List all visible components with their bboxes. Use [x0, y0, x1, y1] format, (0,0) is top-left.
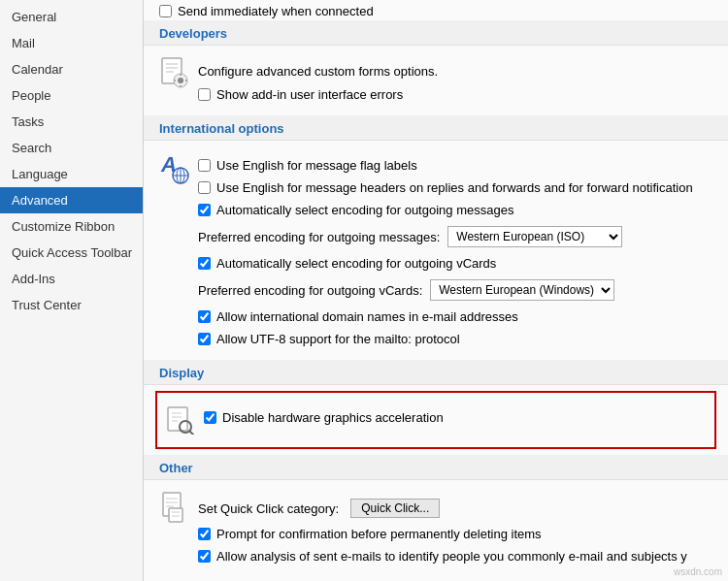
quick-click-row: Set Quick Click category: Quick Click...: [198, 496, 712, 521]
send-immediately-checkbox[interactable]: [159, 5, 172, 17]
developers-icon: [159, 57, 190, 88]
preferred-encoding-outgoing-row: Preferred encoding for outgoing messages…: [198, 223, 712, 250]
svg-text:A: A: [160, 152, 177, 177]
disable-hw-accel-label: Disable hardware graphics acceleration: [222, 410, 444, 425]
show-addin-row: Show add-in user interface errors: [198, 85, 712, 104]
sidebar-item-advanced[interactable]: Advanced: [0, 187, 143, 213]
allow-analysis-row: Allow analysis of sent e-mails to identi…: [198, 547, 712, 565]
preferred-encoding-vcards-label: Preferred encoding for outgoing vCards:: [198, 283, 422, 298]
utf8-mailto-checkbox[interactable]: [198, 333, 211, 345]
preferred-encoding-outgoing-dropdown[interactable]: Western European (ISO): [447, 226, 622, 247]
preferred-encoding-outgoing-label: Preferred encoding for outgoing messages…: [198, 230, 440, 244]
sidebar-item-search[interactable]: Search: [0, 135, 143, 161]
svg-line-16: [189, 431, 193, 435]
sidebar-item-language[interactable]: Language: [0, 161, 143, 187]
show-addin-checkbox[interactable]: [198, 88, 211, 101]
sidebar-item-general[interactable]: General: [0, 4, 143, 30]
send-row: Send immediately when connected: [144, 0, 728, 20]
other-row: Set Quick Click category: Quick Click...…: [159, 488, 712, 573]
intl-domain-checkbox[interactable]: [198, 310, 211, 323]
preferred-encoding-vcards-row: Preferred encoding for outgoing vCards: …: [198, 276, 712, 304]
utf8-mailto-row: Allow UTF-8 support for the mailto: prot…: [198, 330, 712, 348]
svg-rect-11: [168, 407, 187, 431]
developers-content: Configure advanced custom forms options.…: [144, 46, 728, 115]
quick-click-label: Set Quick Click category:: [198, 501, 339, 516]
send-immediately-label: Send immediately when connected: [178, 4, 374, 18]
svg-rect-21: [169, 508, 182, 522]
svg-point-5: [178, 78, 183, 83]
allow-analysis-checkbox[interactable]: [198, 550, 211, 563]
english-headers-label: Use English for message headers on repli…: [216, 180, 693, 195]
utf8-mailto-label: Allow UTF-8 support for the mailto: prot…: [216, 332, 460, 346]
display-row: Disable hardware graphics acceleration: [165, 401, 707, 439]
international-row: A Use English for message flag labels: [159, 148, 712, 356]
international-section: International options A Use: [144, 115, 728, 360]
international-content: A Use English for message flag labels: [144, 141, 728, 360]
other-header: Other: [144, 455, 728, 480]
auto-encoding-row: Automatically select encoding for outgoi…: [198, 201, 712, 219]
english-headers-checkbox[interactable]: [198, 181, 211, 194]
display-header: Display: [144, 360, 728, 385]
auto-encoding-vcards-row: Automatically select encoding for outgoi…: [198, 254, 712, 273]
sidebar-item-quick-access-toolbar[interactable]: Quick Access Toolbar: [0, 240, 143, 266]
preferred-encoding-vcards-dropdown[interactable]: Western European (Windows): [430, 279, 614, 301]
allow-analysis-label: Allow analysis of sent e-mails to identi…: [216, 549, 687, 564]
watermark: wsxdn.com: [674, 566, 722, 577]
other-options: Set Quick Click category: Quick Click...…: [198, 492, 712, 569]
main-content: Send immediately when connected Develope…: [144, 0, 728, 581]
sidebar: General Mail Calendar People Tasks Searc…: [0, 0, 144, 581]
configure-forms-label: Configure advanced custom forms options.: [198, 64, 438, 79]
international-header: International options: [144, 115, 728, 141]
sidebar-item-tasks[interactable]: Tasks: [0, 109, 143, 135]
english-flag-checkbox[interactable]: [198, 159, 211, 172]
developers-header: Developers: [144, 20, 728, 46]
english-flag-row: Use English for message flag labels: [198, 156, 712, 175]
developers-row: Configure advanced custom forms options.…: [159, 53, 712, 112]
english-headers-row: Use English for message headers on repli…: [198, 178, 712, 197]
other-section: Other Set Quic: [144, 455, 728, 577]
developers-options: Configure advanced custom forms options.…: [198, 57, 712, 108]
quick-click-button[interactable]: Quick Click...: [350, 499, 440, 518]
sidebar-item-customize-ribbon[interactable]: Customize Ribbon: [0, 213, 143, 240]
display-box: Disable hardware graphics acceleration: [155, 391, 716, 449]
auto-encoding-checkbox[interactable]: [198, 204, 211, 216]
sidebar-item-calendar[interactable]: Calendar: [0, 56, 143, 82]
display-options: Disable hardware graphics acceleration: [204, 404, 707, 431]
developers-section: Developers Con: [144, 20, 728, 115]
confirm-delete-label: Prompt for confirmation before permanent…: [216, 527, 542, 541]
international-icon: A: [159, 152, 190, 183]
auto-encoding-vcards-checkbox[interactable]: [198, 257, 211, 270]
international-options: Use English for message flag labels Use …: [198, 152, 712, 352]
confirm-delete-checkbox[interactable]: [198, 528, 211, 540]
other-content: Set Quick Click category: Quick Click...…: [144, 480, 728, 577]
intl-domain-row: Allow international domain names in e-ma…: [198, 307, 712, 326]
auto-encoding-label: Automatically select encoding for outgoi…: [216, 203, 513, 217]
confirm-delete-row: Prompt for confirmation before permanent…: [198, 525, 712, 543]
disable-hw-accel-row: Disable hardware graphics acceleration: [204, 408, 707, 427]
display-icon: [165, 404, 196, 436]
auto-encoding-vcards-label: Automatically select encoding for outgoi…: [216, 256, 496, 271]
sidebar-item-mail[interactable]: Mail: [0, 30, 143, 56]
intl-domain-label: Allow international domain names in e-ma…: [216, 309, 518, 324]
sidebar-item-add-ins[interactable]: Add-Ins: [0, 266, 143, 292]
show-addin-label: Show add-in user interface errors: [216, 87, 403, 102]
sidebar-item-trust-center[interactable]: Trust Center: [0, 292, 143, 318]
other-icon: [159, 492, 190, 523]
display-section: Display Disabl: [144, 360, 728, 449]
sidebar-item-people[interactable]: People: [0, 82, 143, 109]
english-flag-label: Use English for message flag labels: [216, 158, 417, 173]
disable-hw-accel-checkbox[interactable]: [204, 411, 216, 424]
configure-forms-row: Configure advanced custom forms options.: [198, 61, 712, 81]
